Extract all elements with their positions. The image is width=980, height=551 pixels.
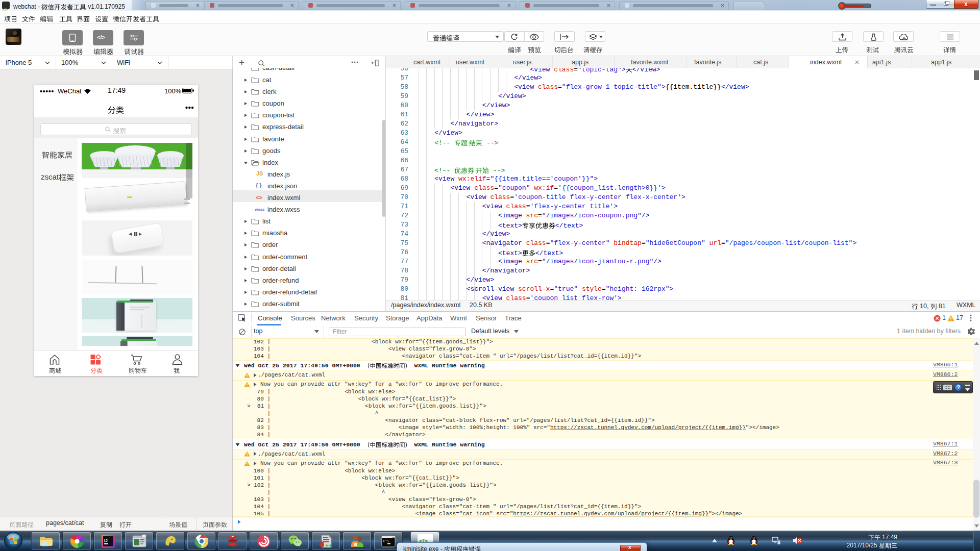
svg-text:++: ++ [325,542,332,548]
svg-text:C:\: C:\ [383,540,389,543]
svg-text:IJ: IJ [104,538,108,543]
